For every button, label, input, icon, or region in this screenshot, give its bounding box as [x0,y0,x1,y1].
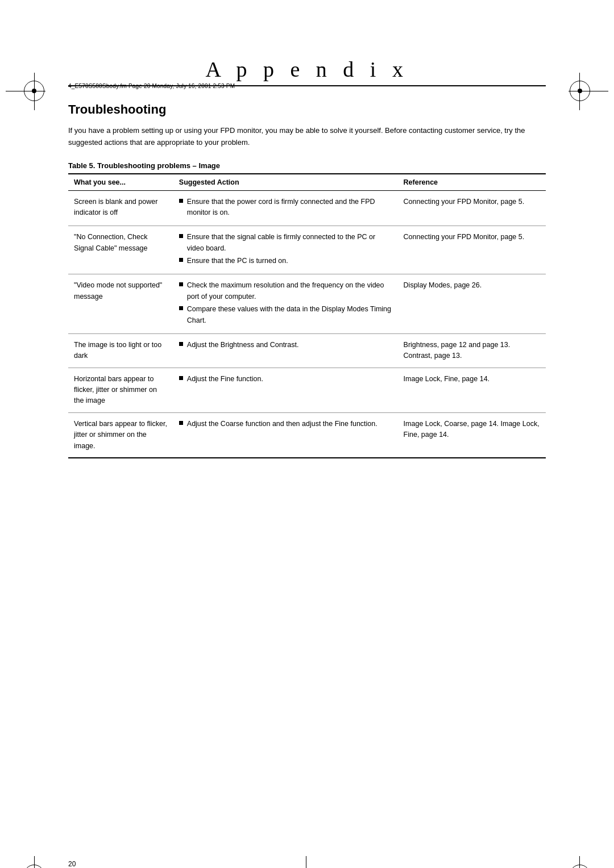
bullet-item: Compare these values with the data in th… [179,304,392,326]
action-text: Adjust the Brightness and Contrast. [187,340,299,350]
cell-what: Vertical bars appear to flicker, jitter … [68,412,173,458]
bullet-square-icon [179,199,183,203]
table-row: Vertical bars appear to flicker, jitter … [68,412,546,458]
bullet-item: Check the maximum resolution and the fre… [179,280,392,302]
crosshair-tl-h [6,91,45,91]
crosshair-br-v [579,856,580,868]
crosshair-tr-v [579,73,580,110]
bullet-square-icon [179,234,183,238]
page: 4_E570S580Sbody.fm Page 20 Monday, July … [0,57,614,868]
action-text: Compare these values with the data in th… [187,304,392,326]
col-header-action: Suggested Action [173,174,398,191]
cell-what: The image is too light or too dark [68,333,173,368]
table-row: "Video mode not supported" messageCheck … [68,274,546,334]
action-text: Ensure that the PC is turned on. [187,256,288,266]
cell-reference: Connecting your FPD Monitor, page 5. [398,190,546,226]
reg-mark-bottom-right [570,865,590,868]
intro-text: If you have a problem setting up or usin… [68,125,546,149]
troubleshooting-table: What you see... Suggested Action Referen… [68,173,546,458]
file-info: 4_E570S580Sbody.fm Page 20 Monday, July … [68,83,235,89]
table-header-row: What you see... Suggested Action Referen… [68,174,546,191]
bullet-square-icon [179,258,183,262]
bullet-square-icon [179,421,183,425]
cell-reference: Display Modes, page 26. [398,274,546,334]
col-header-reference: Reference [398,174,546,191]
crosshair-tl-v [34,73,35,110]
bullet-square-icon [179,282,183,286]
crosshair-tr-h [569,91,608,91]
action-text: Adjust the Coarse function and then adju… [187,419,377,429]
cell-what: "Video mode not supported" message [68,274,173,334]
bullet-item: Ensure that the signal cable is firmly c… [179,232,392,254]
action-text: Adjust the Fine function. [187,374,263,385]
cell-what: Screen is blank and power indicator is o… [68,190,173,226]
bullet-square-icon [179,342,183,346]
bullet-square-icon [179,376,183,380]
cell-action: Adjust the Fine function. [173,368,398,412]
bullet-item: Adjust the Coarse function and then adju… [179,419,392,429]
bullet-item: Ensure that the power cord is firmly con… [179,197,392,219]
section-title: Troubleshooting [68,102,546,117]
bullet-item: Adjust the Fine function. [179,374,392,385]
cell-reference: Brightness, page 12 and page 13. Contras… [398,333,546,368]
action-text: Ensure that the signal cable is firmly c… [187,232,392,254]
col-header-what: What you see... [68,174,173,191]
action-text: Ensure that the power cord is firmly con… [187,197,392,219]
table-row: "No Connection, Check Signal Cable" mess… [68,226,546,274]
crosshair-bl-v [34,856,35,868]
crosshair-bc-v [306,856,306,868]
cell-action: Adjust the Coarse function and then adju… [173,412,398,458]
bullet-item: Adjust the Brightness and Contrast. [179,340,392,350]
cell-action: Adjust the Brightness and Contrast. [173,333,398,368]
appendix-title: A p p e n d i x [68,57,546,86]
content-area: A p p e n d i x Troubleshooting If you h… [68,57,546,458]
cell-what: Horizontal bars appear to flicker, jitte… [68,368,173,412]
cell-reference: Image Lock, Coarse, page 14. Image Lock,… [398,412,546,458]
cell-action: Ensure that the power cord is firmly con… [173,190,398,226]
bullet-item: Ensure that the PC is turned on. [179,256,392,266]
bullet-square-icon [179,306,183,310]
cell-reference: Connecting your FPD Monitor, page 5. [398,226,546,274]
table-row: The image is too light or too darkAdjust… [68,333,546,368]
table-row: Horizontal bars appear to flicker, jitte… [68,368,546,412]
cell-action: Ensure that the signal cable is firmly c… [173,226,398,274]
cell-what: "No Connection, Check Signal Cable" mess… [68,226,173,274]
table-row: Screen is blank and power indicator is o… [68,190,546,226]
page-number: 20 [68,860,76,868]
table-caption: Table 5. Troubleshooting problems – Imag… [68,161,546,170]
action-text: Check the maximum resolution and the fre… [187,280,392,302]
cell-action: Check the maximum resolution and the fre… [173,274,398,334]
cell-reference: Image Lock, Fine, page 14. [398,368,546,412]
